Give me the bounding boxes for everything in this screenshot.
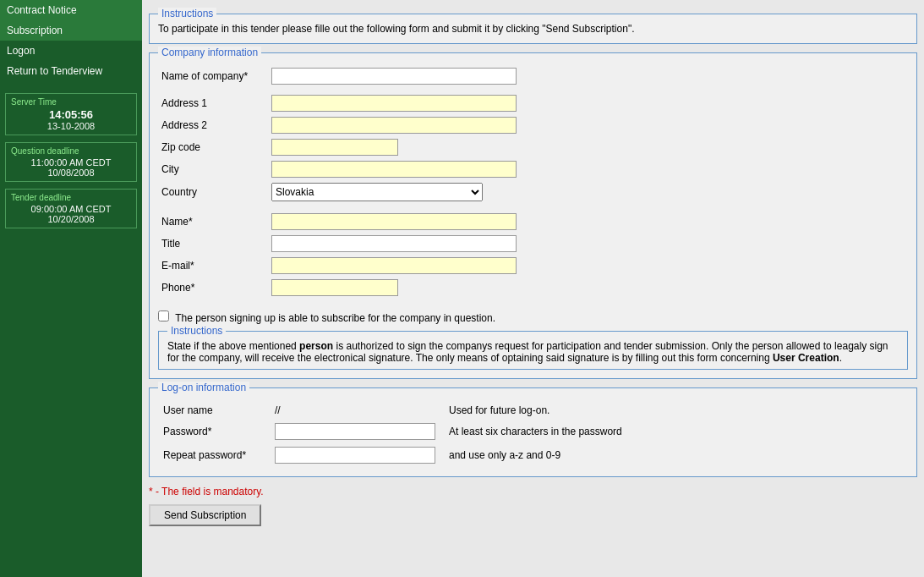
name-input[interactable] (271, 213, 517, 230)
tender-deadline-time: 09:00:00 AM CEDT (11, 204, 131, 214)
company-form-table: Name of company* Address 1 Address 2 (158, 65, 908, 299)
email-row: E-mail* (158, 255, 908, 277)
subscribe-checkbox-label: The person signing up is able to subscri… (175, 312, 495, 324)
logon-section: Log-on information User name // Used for… (149, 387, 917, 477)
city-row: City (158, 158, 908, 180)
tender-deadline-title: Tender deadline (11, 193, 131, 202)
main-content: Instructions To participate in this tend… (142, 0, 924, 577)
password-row: Password* At least six characters in the… (160, 420, 626, 442)
sidebar-item-contract-notice[interactable]: Contract Notice (0, 0, 142, 20)
username-row: User name // Used for future log-on. (160, 402, 626, 419)
zipcode-input[interactable] (271, 139, 398, 156)
mandatory-note: * - The field is mandatory. (149, 486, 917, 497)
server-time-value: 14:05:56 (11, 108, 131, 121)
server-time-date: 13-10-2008 (11, 121, 131, 131)
tender-deadline-date: 10/20/2008 (11, 214, 131, 224)
address1-label: Address 1 (158, 92, 268, 114)
name-of-company-input[interactable] (271, 68, 517, 85)
phone-row: Phone* (158, 277, 908, 299)
sidebar-item-subscription[interactable]: Subscription (0, 20, 142, 41)
address1-row: Address 1 (158, 92, 908, 114)
server-time-title: Server Time (11, 97, 131, 107)
name-of-company-row: Name of company* (158, 65, 908, 87)
city-label: City (158, 158, 268, 180)
company-info-legend: Company information (158, 47, 261, 58)
sidebar-item-return[interactable]: Return to Tenderview (0, 61, 142, 81)
repeat-password-input[interactable] (275, 447, 435, 464)
server-time-box: Server Time 14:05:56 13-10-2008 (5, 93, 137, 135)
question-deadline-box: Question deadline 11:00:00 AM CEDT 10/08… (5, 142, 137, 182)
email-input[interactable] (271, 257, 517, 274)
repeat-password-row: Repeat password* and use only a-z and 0-… (160, 444, 626, 466)
name-of-company-label: Name of company* (158, 65, 268, 87)
password-input[interactable] (275, 423, 435, 440)
title-input[interactable] (271, 235, 517, 252)
country-select[interactable]: Slovakia Czech Republic Austria Germany … (271, 183, 483, 201)
question-deadline-date: 10/08/2008 (11, 168, 131, 178)
inner-instructions-box: Instructions State if the above mentione… (158, 331, 908, 370)
company-info-section: Company information Name of company* Add… (149, 52, 917, 379)
inner-instructions-text: State if the above mentioned person is a… (167, 340, 899, 364)
country-label: Country (158, 180, 268, 204)
zipcode-label: Zip code (158, 136, 268, 158)
password-label: Password* (160, 420, 270, 442)
repeat-password-label: Repeat password* (160, 444, 270, 466)
instructions-text: To participate in this tender please fil… (158, 23, 908, 35)
sidebar: Contract Notice Subscription Logon Retur… (0, 0, 142, 577)
tender-deadline-box: Tender deadline 09:00:00 AM CEDT 10/20/2… (5, 189, 137, 228)
name-row: Name* (158, 211, 908, 233)
phone-label: Phone* (158, 277, 268, 299)
inner-instructions-legend: Instructions (167, 325, 226, 337)
email-label: E-mail* (158, 255, 268, 277)
logon-form-table: User name // Used for future log-on. Pas… (158, 400, 627, 468)
question-deadline-title: Question deadline (11, 146, 131, 156)
subscribe-checkbox-row: The person signing up is able to subscri… (158, 310, 908, 324)
country-row: Country Slovakia Czech Republic Austria … (158, 180, 908, 204)
username-label: User name (160, 402, 270, 419)
name-label: Name* (158, 211, 268, 233)
question-deadline-time: 11:00:00 AM CEDT (11, 157, 131, 168)
instructions-legend: Instructions (158, 8, 216, 19)
address1-input[interactable] (271, 95, 517, 112)
zipcode-row: Zip code (158, 136, 908, 158)
password-hint: At least six characters in the password (440, 420, 626, 442)
phone-input[interactable] (271, 279, 398, 296)
city-input[interactable] (271, 161, 517, 178)
username-value: // (275, 404, 281, 416)
title-row: Title (158, 233, 908, 255)
address2-label: Address 2 (158, 114, 268, 136)
subscribe-checkbox[interactable] (158, 310, 169, 321)
address2-input[interactable] (271, 117, 517, 134)
repeat-password-hint: and use only a-z and 0-9 (440, 444, 626, 466)
username-hint: Used for future log-on. (440, 402, 626, 419)
sidebar-item-logon[interactable]: Logon (0, 41, 142, 61)
address2-row: Address 2 (158, 114, 908, 136)
title-label: Title (158, 233, 268, 255)
instructions-section: Instructions To participate in this tend… (149, 14, 917, 44)
logon-legend: Log-on information (158, 382, 249, 393)
send-subscription-button[interactable]: Send Subscription (149, 504, 261, 526)
